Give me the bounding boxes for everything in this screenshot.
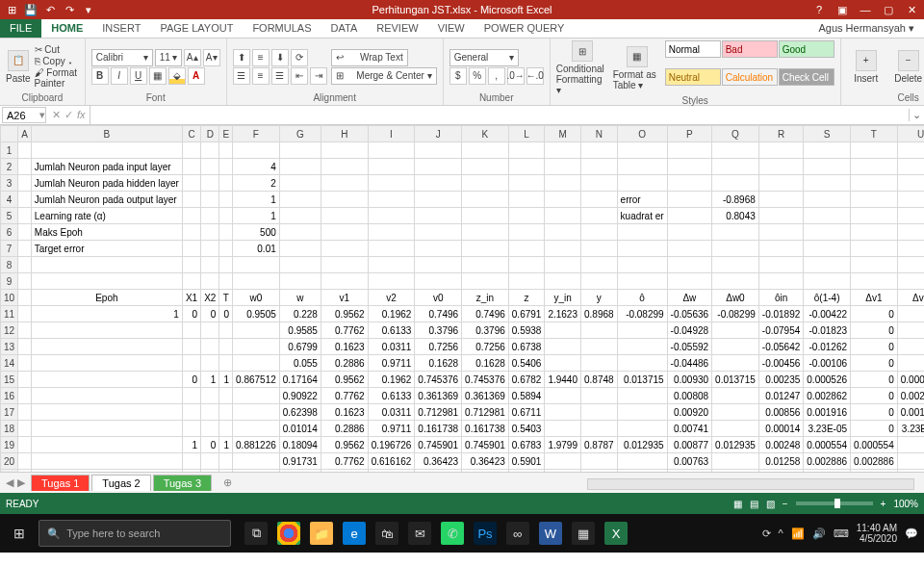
cell-J17[interactable]: 0.712981: [415, 404, 462, 421]
col-header-S[interactable]: S: [804, 126, 851, 142]
fx-icon[interactable]: fx: [77, 109, 86, 121]
cell-J1[interactable]: [415, 142, 462, 159]
cell-B19[interactable]: [31, 437, 182, 453]
ribbon-display-icon[interactable]: ▣: [834, 4, 851, 16]
cell-I19[interactable]: 0.196726: [368, 437, 415, 453]
cell-L18[interactable]: 0.5403: [508, 421, 545, 437]
cell-Q9[interactable]: [712, 273, 759, 290]
cell-F8[interactable]: [233, 257, 280, 273]
font-color-button[interactable]: A: [188, 67, 205, 85]
cell-F16[interactable]: [233, 388, 280, 404]
cell-Q4[interactable]: -0.8968: [712, 192, 759, 208]
cell-I18[interactable]: 0.9711: [368, 421, 415, 437]
cell-A10[interactable]: [18, 290, 32, 306]
cell-I2[interactable]: [368, 159, 415, 175]
paste-button[interactable]: 📋Paste: [6, 40, 31, 92]
tab-page-layout[interactable]: PAGE LAYOUT: [150, 19, 243, 38]
cell-A16[interactable]: [18, 388, 32, 404]
cell-Q2[interactable]: [712, 159, 759, 175]
select-all-corner[interactable]: [1, 126, 18, 142]
col-header-O[interactable]: O: [617, 126, 667, 142]
cell-K16[interactable]: 0.361369: [462, 388, 509, 404]
cell-R2[interactable]: [758, 159, 803, 175]
cell-D12[interactable]: [201, 322, 219, 339]
cell-O9[interactable]: [617, 273, 667, 290]
cell-F4[interactable]: 1: [233, 192, 280, 208]
cell-F11[interactable]: 0.9505: [233, 306, 280, 322]
cell-O20[interactable]: [617, 453, 667, 470]
cell-S3[interactable]: [804, 175, 851, 192]
cell-L14[interactable]: 0.5406: [508, 355, 545, 372]
cell-L2[interactable]: [508, 159, 545, 175]
cell-B16[interactable]: [31, 388, 182, 404]
align-center-icon[interactable]: ≡: [252, 67, 270, 85]
cell-L9[interactable]: [508, 273, 545, 290]
cell-I9[interactable]: [368, 273, 415, 290]
cell-N18[interactable]: [580, 421, 617, 437]
cell-T11[interactable]: 0: [851, 306, 898, 322]
cell-D5[interactable]: [201, 208, 219, 224]
cell-E9[interactable]: [219, 273, 233, 290]
cell-Q1[interactable]: [712, 142, 759, 159]
cell-U18[interactable]: 3.23E-05: [897, 421, 924, 437]
cell-P13[interactable]: -0.05592: [667, 339, 711, 355]
cell-F20[interactable]: [233, 453, 280, 470]
cell-O12[interactable]: [617, 322, 667, 339]
cell-H11[interactable]: 0.9562: [321, 306, 368, 322]
cell-D13[interactable]: [201, 339, 219, 355]
percent-icon[interactable]: %: [469, 67, 486, 85]
cell-B1[interactable]: [31, 142, 182, 159]
cell-T2[interactable]: [851, 159, 898, 175]
cell-R14[interactable]: -0.00456: [758, 355, 803, 372]
cell-H13[interactable]: 0.1623: [321, 339, 368, 355]
cell-T12[interactable]: 0: [851, 322, 898, 339]
col-header-P[interactable]: P: [667, 126, 711, 142]
cell-E3[interactable]: [219, 175, 233, 192]
cell-P20[interactable]: 0.00763: [667, 453, 711, 470]
cell-A14[interactable]: [18, 355, 32, 372]
cell-G20[interactable]: 0.91731: [279, 453, 321, 470]
cell-U20[interactable]: 0: [897, 453, 924, 470]
cell-H5[interactable]: [321, 208, 368, 224]
cell-J8[interactable]: [415, 257, 462, 273]
align-right-icon[interactable]: ☰: [271, 67, 289, 85]
cell-A20[interactable]: [18, 453, 32, 470]
cell-O10[interactable]: ô: [617, 290, 667, 306]
underline-button[interactable]: U: [130, 67, 147, 85]
cell-B4[interactable]: Jumlah Neuron pada output layer: [31, 192, 182, 208]
app-icon[interactable]: ∞: [506, 522, 529, 545]
cell-J6[interactable]: [415, 224, 462, 241]
zoom-slider[interactable]: [796, 502, 873, 505]
wrap-text-button[interactable]: ↩ Wrap Text: [331, 49, 408, 66]
cell-F2[interactable]: 4: [233, 159, 280, 175]
cell-L5[interactable]: [508, 208, 545, 224]
cell-C19[interactable]: 1: [182, 437, 200, 453]
cell-P2[interactable]: [667, 159, 711, 175]
cell-M10[interactable]: y_in: [545, 290, 581, 306]
cell-N3[interactable]: [580, 175, 617, 192]
cell-L8[interactable]: [508, 257, 545, 273]
cell-C20[interactable]: [182, 453, 200, 470]
inc-decimal-icon[interactable]: .0→: [507, 67, 525, 85]
row-header-19[interactable]: 19: [1, 437, 18, 453]
col-header-J[interactable]: J: [415, 126, 462, 142]
formula-input[interactable]: [90, 106, 909, 124]
cell-I20[interactable]: 0.616162: [368, 453, 415, 470]
cell-C18[interactable]: [182, 421, 200, 437]
cell-T14[interactable]: 0: [851, 355, 898, 372]
cell-L19[interactable]: 0.6783: [508, 437, 545, 453]
row-header-6[interactable]: 6: [1, 224, 18, 241]
cell-styles-gallery[interactable]: NormalBadGoodNeutralCalculationCheck Cel…: [665, 40, 834, 95]
font-size-select[interactable]: 11▾: [155, 49, 182, 66]
cell-G12[interactable]: 0.9585: [279, 322, 321, 339]
cell-T20[interactable]: 0.002886: [851, 453, 898, 470]
cell-Q3[interactable]: [712, 175, 759, 192]
increase-font-icon[interactable]: A▴: [184, 49, 201, 66]
cell-J18[interactable]: 0.161738: [415, 421, 462, 437]
cell-J12[interactable]: 0.3796: [415, 322, 462, 339]
cell-R10[interactable]: ôin: [758, 290, 803, 306]
cell-C3[interactable]: [182, 175, 200, 192]
cell-C11[interactable]: 0: [182, 306, 200, 322]
cell-E14[interactable]: [219, 355, 233, 372]
cell-A5[interactable]: [18, 208, 32, 224]
